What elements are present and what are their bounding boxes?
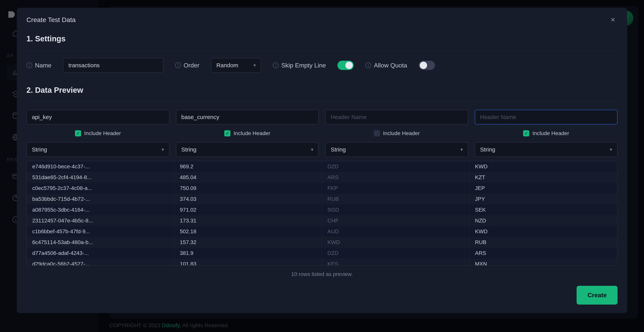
include-header-label: Include Header xyxy=(84,130,121,136)
include-header-label: Include Header xyxy=(234,130,270,136)
column-type-select[interactable]: String ▾ xyxy=(325,142,468,157)
type-value: String xyxy=(331,146,346,153)
table-cell: 971.02 xyxy=(174,204,322,215)
create-test-data-modal: Create Test Data 1. Settings i Name i Or… xyxy=(17,8,627,313)
preview-column: ✓ Include Header String ▾ xyxy=(176,110,319,157)
include-header-row: ✓ Include Header xyxy=(26,130,170,136)
table-cell: 6c475114-53ab-480a-b... xyxy=(27,237,174,248)
include-header-checkbox[interactable] xyxy=(374,130,380,136)
table-cell: DZD xyxy=(322,248,470,258)
include-header-row: ✓ Include Header xyxy=(176,130,319,136)
modal-overlay: Create Test Data 1. Settings i Name i Or… xyxy=(0,0,644,332)
table-cell: KWD xyxy=(470,161,617,172)
modal-footer: Create xyxy=(17,279,627,313)
column-type-select[interactable]: String ▾ xyxy=(176,142,319,157)
table-cell: 502.18 xyxy=(174,226,322,237)
column-name-input[interactable] xyxy=(26,110,170,124)
skip-empty-toggle[interactable] xyxy=(338,61,354,70)
table-cell: 969.2 xyxy=(174,161,322,172)
table-cell: 101.83 xyxy=(174,258,322,266)
table-row: e746d910-bece-4c37-...969.2DZDKWD xyxy=(27,161,617,172)
table-cell: NZD xyxy=(470,215,617,226)
table-cell: d77a4506-adaf-4243-... xyxy=(27,248,174,258)
type-value: String xyxy=(480,146,495,153)
table-cell: 23112457-047e-4b5c-8... xyxy=(27,215,174,226)
skip-label-text: Skip Empty Line xyxy=(281,62,326,69)
table-row: d77a4506-adaf-4243-...381.9DZDARS xyxy=(27,248,617,258)
include-header-checkbox[interactable]: ✓ xyxy=(523,130,529,136)
table-cell: 173.31 xyxy=(174,215,322,226)
column-name-input[interactable] xyxy=(475,110,618,124)
table-cell: FKP xyxy=(322,183,470,194)
table-cell: RUB xyxy=(322,194,470,204)
create-button[interactable]: Create xyxy=(576,286,618,304)
table-cell: a087955c-3dbc-4164-... xyxy=(27,204,174,215)
table-cell: CHF xyxy=(322,215,470,226)
order-select[interactable]: Random ▾ xyxy=(211,58,261,73)
chevron-down-icon: ▾ xyxy=(254,63,256,68)
include-header-checkbox[interactable]: ✓ xyxy=(224,130,230,136)
column-name-input[interactable] xyxy=(176,110,319,124)
table-cell: KWD xyxy=(322,237,470,248)
table-row: 6c475114-53ab-480a-b...157.32KWDRUB xyxy=(27,237,617,248)
table-cell: KES xyxy=(322,258,470,266)
info-icon: i xyxy=(26,62,32,68)
table-cell: ba53bbdc-715d-4b72-... xyxy=(27,194,174,204)
table-cell: ARS xyxy=(322,172,470,183)
table-cell: d29dca0c-56b2-4527-... xyxy=(27,258,174,266)
table-cell: SGD xyxy=(322,204,470,215)
include-header-label: Include Header xyxy=(383,130,420,136)
table-row: ba53bbdc-715d-4b72-...374.03RUBJPY xyxy=(27,194,617,204)
chevron-down-icon: ▾ xyxy=(162,147,164,152)
settings-row: i Name i Order Random ▾ i Skip Empty Lin… xyxy=(26,51,618,80)
column-name-input[interactable] xyxy=(325,110,468,124)
name-input[interactable] xyxy=(63,58,164,73)
table-cell: c0ec5795-2c37-4c08-a... xyxy=(27,183,174,194)
chevron-down-icon: ▾ xyxy=(610,147,612,152)
column-type-select[interactable]: String ▾ xyxy=(26,142,170,157)
name-label: i Name xyxy=(26,62,52,69)
name-label-text: Name xyxy=(35,62,52,69)
table-row: a087955c-3dbc-4164-...971.02SGDSEK xyxy=(27,204,617,215)
chevron-down-icon: ▾ xyxy=(460,147,463,152)
include-header-checkbox[interactable]: ✓ xyxy=(75,130,81,136)
table-row: 23112457-047e-4b5c-8...173.31CHFNZD xyxy=(27,215,617,226)
allow-quota-toggle[interactable] xyxy=(419,61,435,70)
order-label: i Order xyxy=(175,62,199,69)
type-value: String xyxy=(32,146,47,153)
table-cell: e746d910-bece-4c37-... xyxy=(27,161,174,172)
order-value: Random xyxy=(216,62,238,69)
close-button[interactable] xyxy=(608,15,618,24)
close-icon xyxy=(610,17,616,23)
modal-header: Create Test Data xyxy=(17,8,627,32)
table-cell: 157.32 xyxy=(174,237,322,248)
table-cell: JEP xyxy=(470,183,617,194)
info-icon: i xyxy=(175,62,181,68)
table-cell: JPY xyxy=(470,194,617,204)
include-header-row: Include Header xyxy=(325,130,468,136)
info-icon: i xyxy=(365,62,371,68)
include-header-row: ✓ Include Header xyxy=(475,130,618,136)
modal-title: Create Test Data xyxy=(26,16,76,24)
table-cell: 531dae65-2cf4-4194-8... xyxy=(27,172,174,183)
preview-column: ✓ Include Header String ▾ xyxy=(26,110,170,157)
quota-label-text: Allow Quota xyxy=(374,62,407,69)
settings-heading: 1. Settings xyxy=(26,34,618,43)
table-row: c1b6bbef-457b-47fd-9...502.18AUDKWD xyxy=(27,226,617,237)
skip-empty-label: i Skip Empty Line xyxy=(273,62,326,69)
table-cell: AUD xyxy=(322,226,470,237)
preview-columns: ✓ Include Header String ▾ ✓ Include Head… xyxy=(26,102,618,157)
preview-column: Include Header String ▾ xyxy=(325,110,468,157)
order-label-text: Order xyxy=(184,62,199,69)
info-icon: i xyxy=(273,62,278,68)
table-row: c0ec5795-2c37-4c08-a...750.09FKPJEP xyxy=(27,183,617,194)
table-cell: 750.09 xyxy=(174,183,322,194)
chevron-down-icon: ▾ xyxy=(311,147,313,152)
table-cell: 485.04 xyxy=(174,172,322,183)
table-cell: ARS xyxy=(470,248,617,258)
table-cell: 381.9 xyxy=(174,248,322,258)
modal-body: 1. Settings i Name i Order Random ▾ i xyxy=(17,32,627,279)
preview-table: e746d910-bece-4c37-...969.2DZDKWD531dae6… xyxy=(26,161,618,266)
allow-quota-label: i Allow Quota xyxy=(365,62,407,69)
column-type-select[interactable]: String ▾ xyxy=(475,142,618,157)
